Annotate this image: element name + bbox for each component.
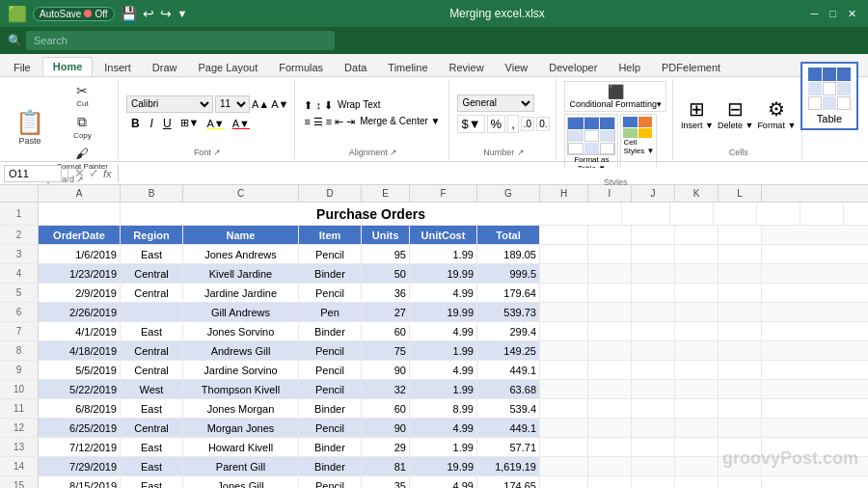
cancel-formula-icon[interactable]: ✕ bbox=[74, 166, 85, 180]
col-header-i[interactable]: I bbox=[588, 185, 632, 202]
header-cell-l[interactable] bbox=[719, 226, 762, 244]
tab-timeline[interactable]: Timeline bbox=[378, 59, 437, 76]
cell-i1[interactable] bbox=[670, 203, 714, 225]
data-cell[interactable]: 50 bbox=[362, 264, 410, 283]
empty-cell[interactable] bbox=[588, 380, 632, 398]
bold-button[interactable]: B bbox=[126, 115, 145, 132]
cell-l1[interactable] bbox=[800, 203, 844, 225]
data-cell[interactable]: 1/6/2019 bbox=[39, 245, 121, 263]
data-cell[interactable]: Pencil bbox=[299, 245, 362, 263]
data-cell[interactable]: 32 bbox=[362, 380, 410, 398]
data-cell[interactable]: 4.99 bbox=[410, 476, 477, 488]
data-cell[interactable]: 7/12/2019 bbox=[39, 438, 121, 456]
data-cell[interactable]: 36 bbox=[362, 284, 410, 302]
tab-file[interactable]: File bbox=[4, 59, 41, 76]
data-cell[interactable]: Binder bbox=[299, 264, 362, 283]
data-cell[interactable]: 6/25/2019 bbox=[39, 419, 121, 437]
empty-cell[interactable] bbox=[632, 419, 675, 437]
data-cell[interactable]: Central bbox=[121, 419, 183, 437]
header-cell-a[interactable]: OrderDate bbox=[39, 226, 121, 244]
empty-cell[interactable] bbox=[675, 322, 719, 340]
undo-icon[interactable]: ↩ bbox=[143, 6, 154, 21]
empty-cell[interactable] bbox=[632, 322, 675, 340]
empty-cell[interactable] bbox=[632, 476, 675, 488]
data-cell[interactable]: 8.99 bbox=[410, 399, 477, 418]
data-cell[interactable]: East bbox=[121, 322, 183, 340]
increase-indent-icon[interactable]: ⇥ bbox=[345, 115, 356, 129]
empty-cell[interactable] bbox=[632, 438, 675, 456]
align-left-icon[interactable]: ≡ bbox=[303, 115, 311, 129]
formula-input[interactable] bbox=[124, 168, 864, 179]
data-cell[interactable]: 6/8/2019 bbox=[39, 399, 121, 418]
data-cell[interactable]: Jardine Sorvino bbox=[183, 361, 299, 379]
tab-home[interactable]: Home bbox=[42, 57, 94, 76]
empty-cell[interactable] bbox=[719, 419, 762, 437]
data-cell[interactable]: Jones Gill bbox=[183, 476, 299, 488]
empty-cell[interactable] bbox=[632, 380, 675, 398]
data-cell[interactable]: 57.71 bbox=[477, 438, 540, 456]
data-cell[interactable]: 189.05 bbox=[477, 245, 540, 263]
more-commands-icon[interactable]: ▼ bbox=[177, 8, 188, 19]
insert-function-icon[interactable]: fx bbox=[103, 168, 112, 179]
tab-pdfelement[interactable]: PDFelement bbox=[652, 59, 730, 76]
empty-cell[interactable] bbox=[719, 399, 762, 418]
data-cell[interactable]: 1,619.19 bbox=[477, 457, 540, 475]
data-cell[interactable]: Parent Gill bbox=[183, 457, 299, 475]
data-cell[interactable]: 149.25 bbox=[477, 341, 540, 360]
data-cell[interactable]: 19.99 bbox=[410, 457, 477, 475]
data-cell[interactable]: 5/22/2019 bbox=[39, 380, 121, 398]
data-cell[interactable]: Jardine Jardine bbox=[183, 284, 299, 302]
empty-cell[interactable] bbox=[675, 264, 719, 283]
autosave-toggle[interactable]: AutoSave Off bbox=[33, 7, 115, 21]
data-cell[interactable]: 8/15/2019 bbox=[39, 476, 121, 488]
empty-cell[interactable] bbox=[540, 341, 588, 360]
data-cell[interactable]: Pen bbox=[299, 303, 362, 321]
col-header-f[interactable]: F bbox=[410, 185, 477, 202]
empty-cell[interactable] bbox=[540, 438, 588, 456]
decrease-indent-icon[interactable]: ⇤ bbox=[334, 115, 344, 129]
data-cell[interactable]: 4.99 bbox=[410, 419, 477, 437]
col-header-k[interactable]: K bbox=[675, 185, 719, 202]
data-cell[interactable]: East bbox=[121, 399, 183, 418]
header-cell-f[interactable]: UnitCost bbox=[410, 226, 477, 244]
header-cell-b[interactable]: Region bbox=[121, 226, 183, 244]
data-cell[interactable]: 81 bbox=[362, 457, 410, 475]
empty-cell[interactable] bbox=[588, 361, 632, 379]
empty-cell[interactable] bbox=[540, 322, 588, 340]
empty-cell[interactable] bbox=[540, 380, 588, 398]
data-cell[interactable]: Kivell Jardine bbox=[183, 264, 299, 283]
empty-cell[interactable] bbox=[588, 399, 632, 418]
tab-page-layout[interactable]: Page Layout bbox=[188, 59, 267, 76]
col-header-d[interactable]: D bbox=[299, 185, 362, 202]
empty-cell[interactable] bbox=[675, 284, 719, 302]
tab-help[interactable]: Help bbox=[609, 59, 650, 76]
minimize-icon[interactable]: ─ bbox=[807, 8, 823, 19]
save-icon[interactable]: 💾 bbox=[121, 6, 137, 21]
align-bottom-icon[interactable]: ⬇ bbox=[323, 98, 334, 113]
currency-button[interactable]: $▼ bbox=[457, 115, 484, 133]
align-right-icon[interactable]: ≡ bbox=[325, 115, 333, 129]
format-cells-button[interactable]: ⚙ Format ▼ bbox=[757, 97, 796, 130]
empty-cell[interactable] bbox=[588, 457, 632, 475]
empty-cell[interactable] bbox=[588, 419, 632, 437]
empty-cell[interactable] bbox=[540, 245, 588, 263]
data-cell[interactable]: 90 bbox=[362, 419, 410, 437]
empty-cell[interactable] bbox=[632, 245, 675, 263]
empty-cell[interactable] bbox=[675, 438, 719, 456]
merge-center-button[interactable]: Merge & Center ▼ bbox=[357, 115, 443, 129]
col-header-g[interactable]: G bbox=[477, 185, 540, 202]
empty-cell[interactable] bbox=[588, 476, 632, 488]
tab-draw[interactable]: Draw bbox=[143, 59, 187, 76]
format-as-table-button[interactable]: Format asTable ▼ bbox=[564, 114, 618, 176]
empty-cell[interactable] bbox=[588, 322, 632, 340]
font-color-button[interactable]: A▼ bbox=[230, 117, 253, 130]
data-cell[interactable]: Morgan Jones bbox=[183, 419, 299, 437]
font-decrease-icon[interactable]: A▼ bbox=[271, 98, 288, 110]
empty-cell[interactable] bbox=[540, 457, 588, 475]
empty-cell[interactable] bbox=[632, 264, 675, 283]
font-increase-icon[interactable]: A▲ bbox=[252, 98, 269, 110]
empty-cell[interactable] bbox=[675, 419, 719, 437]
empty-cell[interactable] bbox=[540, 264, 588, 283]
data-cell[interactable]: 90 bbox=[362, 361, 410, 379]
header-cell-g[interactable]: Total bbox=[477, 226, 540, 244]
